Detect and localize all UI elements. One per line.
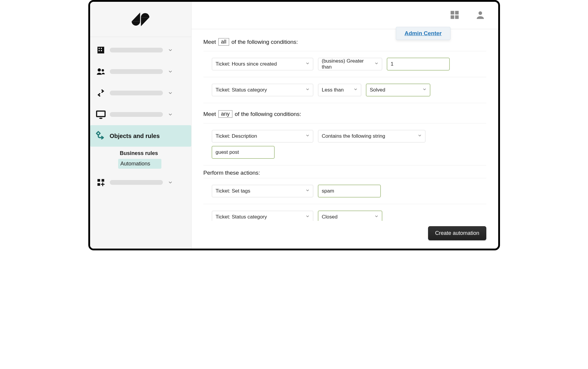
condition-field-select[interactable]: Ticket: Description bbox=[212, 130, 313, 142]
subnav-automations[interactable]: Automations bbox=[118, 159, 161, 169]
action-value-input[interactable] bbox=[318, 185, 381, 197]
action-field-select[interactable]: Ticket: Status category bbox=[212, 211, 313, 221]
chevron-down-icon bbox=[305, 133, 310, 139]
action-field-select[interactable]: Ticket: Set tags bbox=[212, 185, 313, 197]
chevron-down-icon bbox=[422, 87, 427, 93]
condition-field-select[interactable]: Ticket: Status category bbox=[212, 84, 313, 96]
chevron-down-icon bbox=[374, 214, 379, 220]
select-value: Solved bbox=[370, 87, 385, 93]
zendesk-logo-icon bbox=[130, 11, 151, 27]
chevron-down-icon bbox=[167, 179, 174, 186]
condition-any-row-1: Ticket: Description Contains the followi… bbox=[203, 123, 486, 165]
condition-all-row-2: Ticket: Status category Less than Solved bbox=[203, 77, 486, 103]
svg-rect-7 bbox=[97, 183, 100, 186]
text: Meet bbox=[203, 111, 216, 117]
action-row-2: Ticket: Status category Closed bbox=[203, 204, 486, 221]
chevron-down-icon bbox=[167, 90, 174, 96]
admin-center-popover: Admin Center bbox=[396, 27, 450, 40]
select-value: Ticket: Status category bbox=[216, 214, 267, 220]
sidebar-item-label: Objects and rules bbox=[110, 133, 186, 139]
select-value: Closed bbox=[322, 214, 338, 220]
automation-form: Meet all of the following conditions: Ti… bbox=[192, 29, 498, 221]
sidebar: Objects and rules Business rules Automat… bbox=[90, 2, 192, 249]
select-value: Less than bbox=[322, 87, 344, 93]
topbar bbox=[192, 2, 498, 29]
apps-grid-icon[interactable] bbox=[449, 10, 460, 21]
sidebar-nav: Objects and rules Business rules Automat… bbox=[90, 37, 191, 193]
svg-point-12 bbox=[479, 11, 482, 15]
svg-point-1 bbox=[101, 69, 104, 72]
condition-operator-select[interactable]: Contains the following string bbox=[318, 130, 425, 142]
condition-operator-select[interactable]: (business) Greater than bbox=[318, 58, 382, 70]
chevron-down-icon bbox=[305, 188, 310, 194]
svg-rect-5 bbox=[97, 179, 100, 182]
svg-rect-11 bbox=[455, 15, 459, 19]
sidebar-placeholder bbox=[110, 48, 163, 52]
sidebar-item-org[interactable] bbox=[90, 39, 191, 61]
subnav-business-rules[interactable]: Business rules bbox=[90, 148, 191, 159]
chevron-down-icon bbox=[353, 87, 358, 93]
svg-rect-6 bbox=[101, 179, 104, 182]
sidebar-placeholder bbox=[110, 69, 163, 74]
main-area: Admin Center Meet all of the following c… bbox=[192, 2, 498, 249]
select-value: Contains the following string bbox=[322, 133, 385, 139]
select-value: Ticket: Status category bbox=[216, 87, 267, 93]
svg-rect-9 bbox=[455, 11, 459, 14]
sidebar-placeholder bbox=[110, 91, 163, 95]
svg-point-0 bbox=[98, 68, 101, 72]
action-value-select[interactable]: Closed bbox=[318, 211, 382, 221]
apps-plus-icon bbox=[94, 178, 108, 187]
text: of the following conditions: bbox=[232, 39, 298, 45]
select-value: Ticket: Description bbox=[216, 133, 257, 139]
people-icon bbox=[94, 67, 108, 76]
brand-logo bbox=[90, 2, 191, 37]
condition-operator-select[interactable]: Less than bbox=[318, 84, 361, 96]
sidebar-item-objects-and-rules[interactable]: Objects and rules bbox=[90, 125, 191, 147]
sidebar-item-apps[interactable] bbox=[90, 172, 191, 193]
all-badge: all bbox=[218, 38, 229, 46]
svg-point-3 bbox=[99, 118, 102, 119]
user-profile-icon[interactable] bbox=[475, 10, 486, 21]
chevron-down-icon bbox=[305, 61, 310, 67]
sidebar-item-channels[interactable] bbox=[90, 82, 191, 104]
condition-field-select[interactable]: Ticket: Hours since created bbox=[212, 58, 313, 70]
chevron-down-icon bbox=[374, 61, 379, 67]
svg-rect-2 bbox=[96, 111, 105, 117]
select-value: (business) Greater than bbox=[322, 58, 371, 70]
condition-all-row-1: Ticket: Hours since created (business) G… bbox=[203, 51, 486, 77]
text: Meet bbox=[203, 39, 216, 45]
actions-title: Perform these actions: bbox=[203, 170, 486, 176]
sidebar-placeholder bbox=[110, 180, 163, 185]
chevron-down-icon bbox=[417, 133, 422, 139]
sidebar-item-workspaces[interactable] bbox=[90, 104, 191, 125]
sidebar-placeholder bbox=[110, 112, 163, 117]
sidebar-item-people[interactable] bbox=[90, 61, 191, 82]
arrows-swap-icon bbox=[94, 89, 108, 97]
create-automation-button[interactable]: Create automation bbox=[428, 226, 486, 240]
condition-value-input[interactable] bbox=[387, 58, 450, 70]
app-frame: Objects and rules Business rules Automat… bbox=[88, 0, 500, 250]
text: of the following conditions: bbox=[235, 111, 301, 117]
chevron-down-icon bbox=[305, 214, 310, 220]
select-value: Ticket: Hours since created bbox=[216, 61, 277, 67]
building-icon bbox=[94, 46, 108, 55]
svg-rect-8 bbox=[450, 11, 454, 14]
monitor-icon bbox=[94, 109, 108, 120]
chevron-down-icon bbox=[167, 47, 174, 53]
condition-value-select[interactable]: Solved bbox=[366, 84, 430, 96]
meet-any-label: Meet any of the following conditions: bbox=[203, 110, 486, 118]
chevron-down-icon bbox=[167, 111, 174, 118]
condition-value-input[interactable] bbox=[212, 146, 274, 159]
form-footer: Create automation bbox=[192, 221, 498, 249]
action-row-1: Ticket: Set tags bbox=[203, 178, 486, 204]
sidebar-subnav: Business rules Automations bbox=[90, 147, 191, 172]
svg-rect-10 bbox=[450, 15, 454, 19]
chevron-down-icon bbox=[305, 87, 310, 93]
chevron-down-icon bbox=[167, 68, 174, 75]
admin-center-link[interactable]: Admin Center bbox=[405, 30, 442, 36]
flow-icon bbox=[94, 131, 108, 141]
select-value: Ticket: Set tags bbox=[216, 188, 251, 194]
any-badge: any bbox=[218, 110, 232, 118]
